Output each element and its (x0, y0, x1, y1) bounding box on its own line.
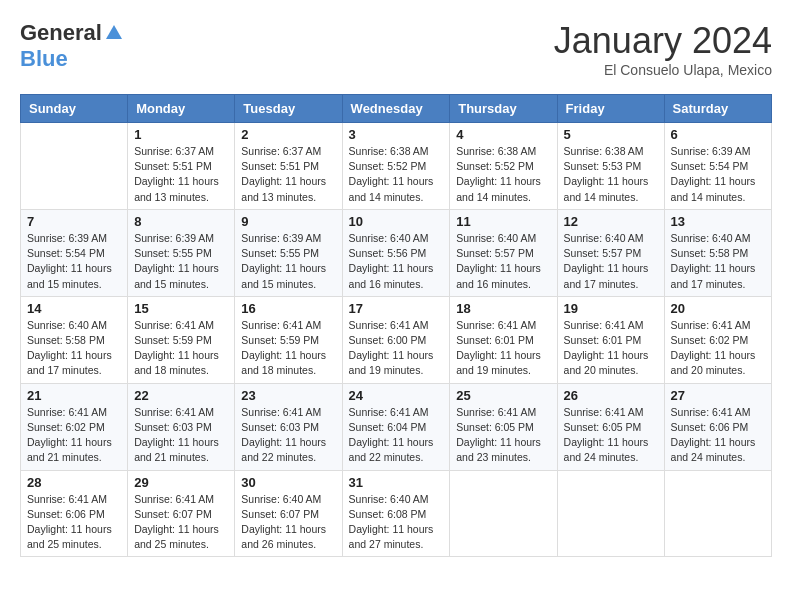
day-number: 17 (349, 301, 444, 316)
table-row: 11Sunrise: 6:40 AMSunset: 5:57 PMDayligh… (450, 209, 557, 296)
day-number: 30 (241, 475, 335, 490)
table-row: 17Sunrise: 6:41 AMSunset: 6:00 PMDayligh… (342, 296, 450, 383)
day-number: 31 (349, 475, 444, 490)
day-number: 24 (349, 388, 444, 403)
day-info: Sunrise: 6:40 AMSunset: 6:07 PMDaylight:… (241, 492, 335, 553)
day-number: 18 (456, 301, 550, 316)
table-row (21, 123, 128, 210)
table-row: 27Sunrise: 6:41 AMSunset: 6:06 PMDayligh… (664, 383, 771, 470)
table-row: 20Sunrise: 6:41 AMSunset: 6:02 PMDayligh… (664, 296, 771, 383)
day-number: 6 (671, 127, 765, 142)
table-row: 30Sunrise: 6:40 AMSunset: 6:07 PMDayligh… (235, 470, 342, 557)
day-number: 10 (349, 214, 444, 229)
table-row: 1Sunrise: 6:37 AMSunset: 5:51 PMDaylight… (128, 123, 235, 210)
table-row: 22Sunrise: 6:41 AMSunset: 6:03 PMDayligh… (128, 383, 235, 470)
day-info: Sunrise: 6:40 AMSunset: 5:57 PMDaylight:… (564, 231, 658, 292)
day-number: 2 (241, 127, 335, 142)
day-number: 19 (564, 301, 658, 316)
day-number: 15 (134, 301, 228, 316)
day-info: Sunrise: 6:40 AMSunset: 6:08 PMDaylight:… (349, 492, 444, 553)
day-info: Sunrise: 6:41 AMSunset: 6:01 PMDaylight:… (564, 318, 658, 379)
day-number: 26 (564, 388, 658, 403)
svg-marker-0 (106, 25, 122, 39)
table-row: 23Sunrise: 6:41 AMSunset: 6:03 PMDayligh… (235, 383, 342, 470)
table-row: 26Sunrise: 6:41 AMSunset: 6:05 PMDayligh… (557, 383, 664, 470)
day-info: Sunrise: 6:41 AMSunset: 6:06 PMDaylight:… (671, 405, 765, 466)
table-row: 21Sunrise: 6:41 AMSunset: 6:02 PMDayligh… (21, 383, 128, 470)
day-number: 11 (456, 214, 550, 229)
calendar-week-row: 14Sunrise: 6:40 AMSunset: 5:58 PMDayligh… (21, 296, 772, 383)
day-number: 21 (27, 388, 121, 403)
day-info: Sunrise: 6:38 AMSunset: 5:52 PMDaylight:… (456, 144, 550, 205)
logo-icon (104, 23, 124, 43)
day-info: Sunrise: 6:38 AMSunset: 5:52 PMDaylight:… (349, 144, 444, 205)
day-info: Sunrise: 6:41 AMSunset: 6:03 PMDaylight:… (134, 405, 228, 466)
table-row: 2Sunrise: 6:37 AMSunset: 5:51 PMDaylight… (235, 123, 342, 210)
col-saturday: Saturday (664, 95, 771, 123)
table-row: 9Sunrise: 6:39 AMSunset: 5:55 PMDaylight… (235, 209, 342, 296)
day-info: Sunrise: 6:41 AMSunset: 6:05 PMDaylight:… (456, 405, 550, 466)
calendar-week-row: 28Sunrise: 6:41 AMSunset: 6:06 PMDayligh… (21, 470, 772, 557)
table-row: 28Sunrise: 6:41 AMSunset: 6:06 PMDayligh… (21, 470, 128, 557)
day-info: Sunrise: 6:39 AMSunset: 5:54 PMDaylight:… (27, 231, 121, 292)
calendar-table: Sunday Monday Tuesday Wednesday Thursday… (20, 94, 772, 557)
col-thursday: Thursday (450, 95, 557, 123)
day-number: 28 (27, 475, 121, 490)
day-number: 4 (456, 127, 550, 142)
day-info: Sunrise: 6:41 AMSunset: 6:07 PMDaylight:… (134, 492, 228, 553)
col-monday: Monday (128, 95, 235, 123)
table-row: 19Sunrise: 6:41 AMSunset: 6:01 PMDayligh… (557, 296, 664, 383)
table-row (450, 470, 557, 557)
day-number: 16 (241, 301, 335, 316)
table-row: 16Sunrise: 6:41 AMSunset: 5:59 PMDayligh… (235, 296, 342, 383)
calendar-header-row: Sunday Monday Tuesday Wednesday Thursday… (21, 95, 772, 123)
table-row: 13Sunrise: 6:40 AMSunset: 5:58 PMDayligh… (664, 209, 771, 296)
day-info: Sunrise: 6:41 AMSunset: 6:06 PMDaylight:… (27, 492, 121, 553)
day-info: Sunrise: 6:41 AMSunset: 6:03 PMDaylight:… (241, 405, 335, 466)
day-number: 20 (671, 301, 765, 316)
calendar-week-row: 7Sunrise: 6:39 AMSunset: 5:54 PMDaylight… (21, 209, 772, 296)
day-info: Sunrise: 6:40 AMSunset: 5:56 PMDaylight:… (349, 231, 444, 292)
day-number: 3 (349, 127, 444, 142)
day-number: 27 (671, 388, 765, 403)
table-row: 5Sunrise: 6:38 AMSunset: 5:53 PMDaylight… (557, 123, 664, 210)
day-info: Sunrise: 6:40 AMSunset: 5:57 PMDaylight:… (456, 231, 550, 292)
table-row (557, 470, 664, 557)
day-info: Sunrise: 6:39 AMSunset: 5:55 PMDaylight:… (134, 231, 228, 292)
day-info: Sunrise: 6:41 AMSunset: 6:05 PMDaylight:… (564, 405, 658, 466)
day-info: Sunrise: 6:41 AMSunset: 5:59 PMDaylight:… (134, 318, 228, 379)
day-info: Sunrise: 6:41 AMSunset: 6:02 PMDaylight:… (27, 405, 121, 466)
day-info: Sunrise: 6:37 AMSunset: 5:51 PMDaylight:… (241, 144, 335, 205)
day-info: Sunrise: 6:41 AMSunset: 5:59 PMDaylight:… (241, 318, 335, 379)
table-row: 15Sunrise: 6:41 AMSunset: 5:59 PMDayligh… (128, 296, 235, 383)
col-friday: Friday (557, 95, 664, 123)
table-row: 3Sunrise: 6:38 AMSunset: 5:52 PMDaylight… (342, 123, 450, 210)
page-header: General Blue January 2024 El Consuelo Ul… (20, 20, 772, 78)
month-title: January 2024 (554, 20, 772, 62)
day-info: Sunrise: 6:40 AMSunset: 5:58 PMDaylight:… (27, 318, 121, 379)
day-info: Sunrise: 6:37 AMSunset: 5:51 PMDaylight:… (134, 144, 228, 205)
col-wednesday: Wednesday (342, 95, 450, 123)
day-number: 13 (671, 214, 765, 229)
table-row (664, 470, 771, 557)
calendar-week-row: 21Sunrise: 6:41 AMSunset: 6:02 PMDayligh… (21, 383, 772, 470)
day-number: 25 (456, 388, 550, 403)
day-number: 7 (27, 214, 121, 229)
day-info: Sunrise: 6:40 AMSunset: 5:58 PMDaylight:… (671, 231, 765, 292)
table-row: 8Sunrise: 6:39 AMSunset: 5:55 PMDaylight… (128, 209, 235, 296)
table-row: 29Sunrise: 6:41 AMSunset: 6:07 PMDayligh… (128, 470, 235, 557)
col-sunday: Sunday (21, 95, 128, 123)
day-info: Sunrise: 6:38 AMSunset: 5:53 PMDaylight:… (564, 144, 658, 205)
table-row: 24Sunrise: 6:41 AMSunset: 6:04 PMDayligh… (342, 383, 450, 470)
day-info: Sunrise: 6:41 AMSunset: 6:04 PMDaylight:… (349, 405, 444, 466)
table-row: 14Sunrise: 6:40 AMSunset: 5:58 PMDayligh… (21, 296, 128, 383)
day-number: 12 (564, 214, 658, 229)
table-row: 12Sunrise: 6:40 AMSunset: 5:57 PMDayligh… (557, 209, 664, 296)
day-number: 8 (134, 214, 228, 229)
day-number: 22 (134, 388, 228, 403)
day-number: 9 (241, 214, 335, 229)
table-row: 6Sunrise: 6:39 AMSunset: 5:54 PMDaylight… (664, 123, 771, 210)
table-row: 4Sunrise: 6:38 AMSunset: 5:52 PMDaylight… (450, 123, 557, 210)
day-info: Sunrise: 6:41 AMSunset: 6:00 PMDaylight:… (349, 318, 444, 379)
day-info: Sunrise: 6:39 AMSunset: 5:55 PMDaylight:… (241, 231, 335, 292)
